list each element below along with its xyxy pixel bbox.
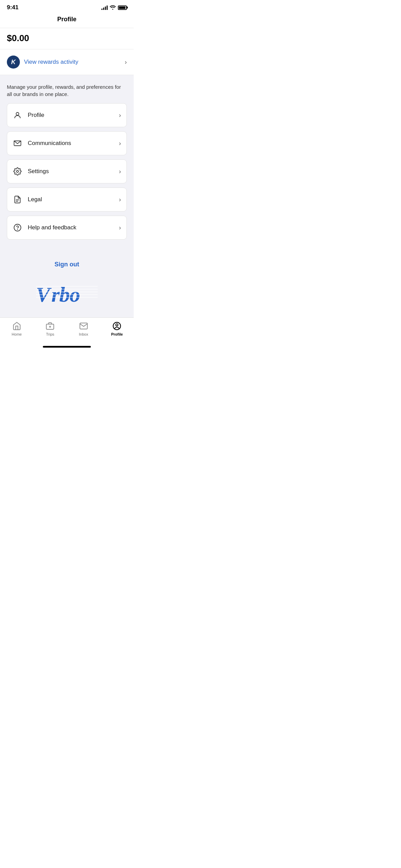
inbox-nav-icon (79, 321, 88, 331)
status-time: 9:41 (7, 4, 19, 11)
question-icon (13, 223, 22, 232)
status-icons (101, 5, 127, 11)
menu-legal-label: Legal (28, 196, 42, 203)
home-nav-label: Home (12, 332, 22, 336)
menu-item-legal[interactable]: Legal › (7, 188, 127, 212)
svg-point-20 (116, 324, 118, 326)
wifi-icon (110, 5, 116, 11)
nav-item-home[interactable]: Home (0, 321, 34, 336)
profile-nav-icon (112, 321, 122, 331)
rewards-icon: K (7, 56, 20, 69)
nav-item-trips[interactable]: Trips (34, 321, 67, 336)
menu-item-help[interactable]: Help and feedback › (7, 216, 127, 240)
svg-rect-14 (36, 294, 98, 295)
menu-item-profile[interactable]: Profile › (7, 103, 127, 127)
status-bar: 9:41 (0, 0, 134, 13)
page-header: Profile (0, 13, 134, 28)
profile-nav-label: Profile (111, 332, 123, 336)
svg-rect-12 (36, 289, 98, 290)
signal-icon (101, 5, 108, 10)
rewards-left: K View rewards activity (7, 56, 78, 69)
help-chevron-icon: › (119, 224, 121, 231)
document-icon (13, 195, 22, 204)
page-title: Profile (57, 16, 76, 23)
menu-item-settings[interactable]: Settings › (7, 159, 127, 183)
svg-point-5 (14, 224, 21, 231)
svg-rect-15 (36, 297, 98, 298)
rewards-row[interactable]: K View rewards activity › (0, 49, 134, 75)
trips-nav-icon (45, 321, 55, 331)
home-bar (43, 346, 91, 348)
menu-help-label: Help and feedback (28, 224, 76, 231)
battery-icon (118, 5, 127, 10)
balance-section: $0.00 (0, 28, 134, 49)
rewards-chevron-icon: › (125, 59, 127, 66)
vrbo-logo: V r b o (36, 282, 98, 307)
home-nav-icon (12, 321, 22, 331)
person-icon (13, 110, 22, 120)
menu-profile-label: Profile (28, 112, 44, 119)
profile-chevron-icon: › (119, 112, 121, 119)
manage-description: Manage your profile, rewards, and prefer… (7, 83, 127, 98)
svg-rect-13 (36, 291, 98, 292)
menu-settings-label: Settings (28, 168, 49, 175)
mail-icon (13, 138, 22, 148)
balance-amount: $0.00 (7, 33, 29, 43)
legal-chevron-icon: › (119, 196, 121, 203)
gear-icon (13, 167, 22, 176)
nav-item-inbox[interactable]: Inbox (67, 321, 100, 336)
signout-button[interactable]: Sign out (54, 261, 79, 268)
nav-item-profile[interactable]: Profile (100, 321, 134, 336)
svg-point-0 (16, 112, 19, 115)
settings-chevron-icon: › (119, 168, 121, 175)
rewards-link[interactable]: View rewards activity (24, 59, 78, 65)
logo-section: V r b o (0, 275, 134, 317)
signout-section: Sign out (0, 251, 134, 275)
svg-point-2 (16, 170, 19, 172)
menu-communications-label: Communications (28, 140, 71, 147)
bottom-nav: Home Trips Inbox (0, 317, 134, 343)
svg-rect-11 (36, 286, 98, 287)
menu-section: Manage your profile, rewards, and prefer… (0, 75, 134, 251)
inbox-nav-label: Inbox (79, 332, 88, 336)
menu-item-communications[interactable]: Communications › (7, 131, 127, 155)
home-indicator (0, 343, 134, 349)
trips-nav-label: Trips (46, 332, 54, 336)
communications-chevron-icon: › (119, 140, 121, 147)
